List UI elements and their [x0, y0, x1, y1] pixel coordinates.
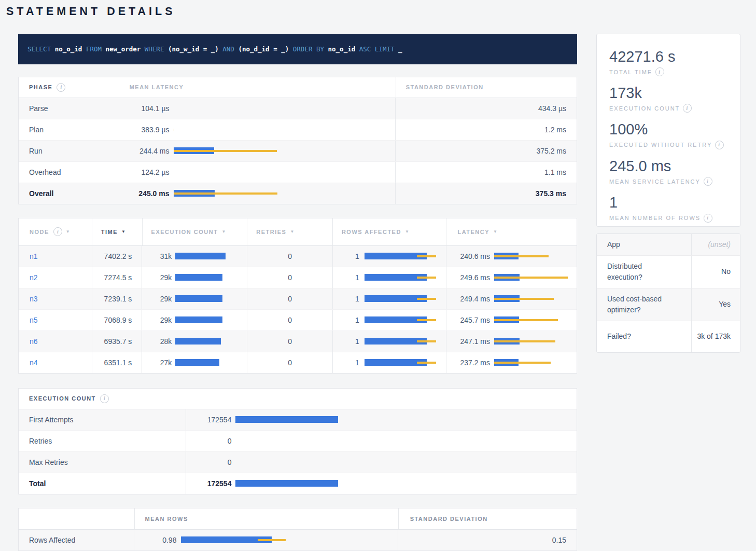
- column-header-rows[interactable]: ROWS AFFECTED▼: [332, 218, 446, 245]
- bar-chart: [235, 480, 453, 487]
- latency-cell: 245.7 ms: [446, 310, 577, 330]
- app-row-label-text: Distributed execution?: [607, 261, 669, 283]
- node-cell: n5: [19, 310, 92, 330]
- stddev-bar: [417, 255, 436, 257]
- column-header-latency[interactable]: LATENCY▼: [446, 218, 577, 245]
- phase-column-header: PHASE i: [19, 77, 119, 98]
- sort-desc-icon: ▼: [493, 229, 497, 234]
- sql-statement-box: SELECT no_o_id FROM new_order WHERE (no_…: [18, 34, 577, 64]
- execution-count-value: 29k: [142, 316, 172, 324]
- app-row-label: Failed?: [597, 321, 692, 352]
- rows-affected-value: 1: [333, 252, 359, 260]
- stddev-value: 434.3 µs: [395, 98, 577, 119]
- retries-cell: 0: [247, 352, 332, 373]
- execution-count-row-value-cell: 172554: [186, 409, 577, 430]
- node-link[interactable]: n2: [30, 273, 38, 282]
- execution-count-row-value: 0: [186, 458, 231, 466]
- node-link[interactable]: n5: [30, 316, 38, 324]
- mean-rows-header-label: MEAN ROWS: [145, 516, 188, 522]
- stddev-bar: [417, 362, 436, 364]
- info-icon[interactable]: i: [53, 227, 62, 236]
- latency-value: 245.7 ms: [446, 316, 490, 324]
- bar-chart: [365, 338, 442, 345]
- bar-chart: [494, 316, 577, 323]
- mean-rows-column-header: MEAN ROWS: [134, 508, 398, 529]
- stddev-bar: [494, 319, 558, 321]
- column-header-label: TIME: [101, 229, 118, 235]
- execution-count-row-label: Max Retries: [19, 452, 186, 473]
- summary-stat: 100%EXECUTED WITHOUT RETRYi: [609, 121, 727, 149]
- node-link[interactable]: n1: [30, 252, 38, 260]
- bar-chart: [365, 274, 442, 281]
- sort-desc-icon: ▼: [121, 229, 125, 234]
- latency-cell: 237.2 ms: [446, 352, 577, 373]
- info-icon[interactable]: i: [100, 394, 109, 403]
- column-header-node[interactable]: NODEi▼: [19, 218, 92, 245]
- node-link[interactable]: n3: [30, 295, 38, 303]
- stddev-bar: [417, 277, 436, 279]
- sql-token: FROM: [82, 45, 105, 53]
- column-header-retries[interactable]: RETRIES▼: [247, 218, 332, 245]
- stddev-bar: [174, 150, 277, 152]
- execution-count-row-value: 0: [186, 437, 231, 445]
- stat-value: 173k: [609, 85, 727, 102]
- app-details-panel: App(unset)Distributed execution?NoUsed c…: [596, 233, 740, 353]
- execution-count-cell: 29k: [142, 267, 247, 288]
- execution-count-header-label: EXECUTION COUNT: [29, 395, 96, 402]
- execution-count-row-label: Total: [19, 473, 186, 494]
- info-icon[interactable]: i: [715, 141, 724, 149]
- node-link[interactable]: n4: [30, 359, 38, 367]
- node-row: n57068.9 s29k01245.7 ms: [19, 310, 577, 331]
- mean-latency-value: 124.2 µs: [119, 168, 170, 176]
- bar-chart: [494, 253, 577, 259]
- phase-table-header: PHASE i MEAN LATENCY STANDARD DEVIATION: [19, 77, 577, 98]
- execution-count-value: 31k: [142, 252, 172, 260]
- info-icon[interactable]: i: [704, 214, 712, 223]
- bar-chart: [175, 253, 248, 259]
- rows-affected-cell: 1: [332, 288, 446, 309]
- bar-chart: [174, 126, 377, 133]
- node-link[interactable]: n6: [30, 337, 38, 346]
- mean-latency-value: 244.4 ms: [119, 147, 170, 155]
- column-header-time[interactable]: TIME▼: [92, 218, 142, 245]
- info-icon[interactable]: i: [57, 83, 65, 92]
- rows-affected-cell: 1: [332, 352, 446, 373]
- execution-count-table: EXECUTION COUNT i First Attempts172554Re…: [18, 388, 577, 494]
- stddev-bar: [174, 129, 175, 131]
- app-row-label: Used cost-based optimizer?: [597, 288, 692, 321]
- stddev-bar: [494, 277, 568, 279]
- execution-count-row: Retries0: [19, 431, 577, 452]
- app-table-row: Distributed execution?No: [597, 256, 740, 288]
- info-icon[interactable]: i: [655, 67, 664, 76]
- bar-chart: [235, 416, 453, 423]
- info-icon[interactable]: i: [683, 104, 692, 113]
- execution-count-row: Max Retries0: [19, 452, 577, 473]
- bar-chart: [174, 190, 377, 197]
- sort-desc-icon: ▼: [66, 229, 70, 234]
- column-header-exec[interactable]: EXECUTION COUNT▼: [142, 218, 247, 245]
- rows-stddev-value: 0.15: [398, 530, 577, 550]
- sql-token: (no_d_id = _): [238, 45, 289, 53]
- mean-rows-value: 0.98: [134, 536, 176, 544]
- summary-stat: 173kEXECUTION COUNTi: [609, 85, 727, 113]
- app-row-value: 3k of 173k: [692, 321, 740, 352]
- bar-chart: [174, 147, 377, 154]
- phase-row: Parse104.1 µs434.3 µs: [19, 98, 577, 119]
- execution-count-row: First Attempts172554: [19, 409, 577, 431]
- execution-count-row-value-cell: 172554: [186, 473, 577, 494]
- bar-chart: [181, 536, 295, 543]
- rows-affected-value: 1: [333, 295, 359, 303]
- mean-latency-value: 245.0 ms: [119, 189, 170, 198]
- rows-affected-empty-header: [19, 508, 134, 529]
- mean-latency-cell: 383.9 µs: [119, 119, 395, 140]
- retries-cell: 0: [247, 331, 332, 352]
- execution-count-value: 27k: [142, 359, 172, 367]
- info-icon[interactable]: i: [704, 177, 712, 186]
- rows-affected-row-label: Rows Affected: [19, 530, 134, 550]
- rows-affected-value: 1: [333, 359, 359, 367]
- bar-chart: [494, 295, 577, 302]
- stddev-bar: [494, 298, 554, 300]
- latency-value: 249.4 ms: [446, 295, 490, 303]
- phase-label: Parse: [19, 98, 119, 119]
- phase-row: Plan383.9 µs1.2 ms: [19, 119, 577, 141]
